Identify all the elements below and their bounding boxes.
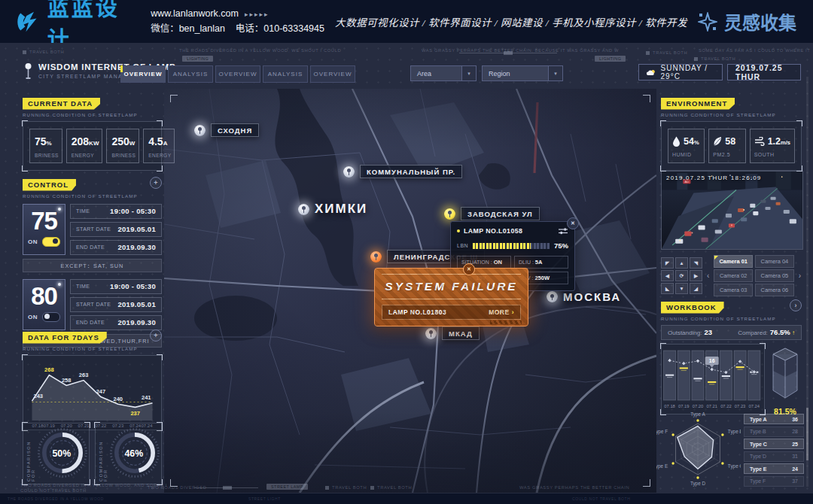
popup-field: DLIU : 5A (514, 256, 568, 269)
power-toggle[interactable] (42, 237, 60, 247)
close-icon[interactable]: ✕ (463, 263, 475, 275)
phone-label: 电话：010-63334945 (236, 23, 324, 34)
brightness-bar[interactable] (473, 243, 550, 249)
type-radar-chart[interactable]: Type AType BType CType DType EType F (656, 406, 741, 490)
system-failure-alert: ✕ SYSTEM FAILURE LAMP NO.L01803 MORE› (374, 268, 528, 326)
legend-type-c[interactable]: Type C25 (744, 439, 804, 449)
traffic-scene: AD (662, 172, 802, 249)
close-icon[interactable]: ✕ (567, 217, 579, 229)
pan-down-icon[interactable]: ▼ (675, 283, 688, 294)
panel-camera: AD 2019.07.25 TH (661, 171, 802, 296)
map-pin-moskva[interactable]: МОСКВА (547, 290, 621, 303)
workbook-bar-chart[interactable]: 07.1807.1907.2007.2107.2207.2307.2416 (661, 344, 765, 414)
city-map[interactable]: СХОДНЯ КОММУНАЛЬНЫЙ ПР. ХИМКИ ЗАВОДСКАЯ … (164, 89, 656, 493)
tab-overview-1[interactable]: OVERVIEW (120, 65, 166, 83)
pan-up-left-icon[interactable]: ◤ (661, 257, 674, 269)
decor-text: TWO ROADS DIVERGED IN A YELLOW WOOD, AND… (20, 483, 167, 487)
vertical-scrollbar[interactable] (806, 77, 808, 487)
arrows-decoration: ▸▸▸▸▸ (245, 11, 269, 18)
camera-04-button[interactable]: Camera 04 (755, 255, 794, 268)
map-pin-zavodskaya[interactable]: ЗАВОДСКАЯ УЛ (444, 207, 540, 220)
map-pin-mkad[interactable]: МКАД (425, 326, 480, 340)
legend-type-a[interactable]: Type A36 (744, 414, 804, 424)
map-pin-skhodnya[interactable]: СХОДНЯ (194, 123, 259, 137)
decor-checkbox-travel: TRAVEL BOTH (23, 50, 64, 54)
camera-03-button[interactable]: Camera 03 (714, 284, 753, 296)
camera-06-button[interactable]: Camera 06 (755, 284, 794, 296)
stat-power-w: 250WBRINESS (106, 129, 139, 163)
svg-text:16: 16 (709, 358, 715, 363)
website-link[interactable]: www.lanlanwork.com (151, 8, 239, 19)
pan-down-right-icon[interactable]: ◢ (690, 283, 702, 294)
svg-text:241: 241 (142, 394, 151, 401)
legend-type-d[interactable]: Type D31 (744, 451, 804, 462)
panel-subtitle: RUNNING CONDITION OF STREETLAMP (23, 112, 162, 117)
map-pin-kommunalny[interactable]: КОММУНАЛЬНЫЙ ПР. (343, 165, 462, 178)
end-date-row[interactable]: END DATE2019.09.30 (70, 315, 162, 330)
legend-type-e[interactable]: Type E24 (744, 463, 804, 474)
pan-up-right-icon[interactable]: ◥ (690, 257, 702, 269)
tab-analysis-2[interactable]: ANALYSIS (263, 65, 308, 83)
camera-timestamp: 2019.07.25 THUR 18:26:09 (666, 175, 762, 181)
pan-right-icon[interactable]: ▶ (690, 270, 702, 281)
map-corner-bracket (170, 95, 178, 102)
seven-days-line-chart[interactable]: 24307.1826807.1925807.2026307.2124707.22… (23, 355, 162, 430)
main-tabs: OVERVIEW ANALYSIS OVERVIEW ANALYSIS OVER… (120, 65, 355, 83)
tab-analysis-1[interactable]: ANALYSIS (168, 65, 213, 83)
map-corner-bracket (643, 95, 650, 102)
tab-overview-2[interactable]: OVERVIEW (215, 65, 260, 83)
more-button[interactable]: MORE› (489, 308, 514, 316)
camera-02-button[interactable]: Camera 02 (714, 269, 753, 282)
sliders-icon[interactable] (558, 227, 568, 235)
reset-view-icon[interactable]: ⟳ (675, 270, 688, 281)
svg-text:Type D: Type D (690, 481, 706, 487)
camera-05-button[interactable]: Camera 05 (755, 269, 794, 282)
inspiration-collect[interactable]: 灵感收集 (698, 8, 796, 35)
start-date-row[interactable]: START DATE2019.05.01 (70, 222, 162, 237)
region-select[interactable]: Region▾ (482, 65, 563, 81)
panel-label: CONTROL (23, 179, 76, 191)
decor-text: SOME DAY AS FAR AS I COULD TO WHERE IT (699, 48, 810, 53)
panel-subtitle: RUNNING CONDITION OF STREETLAMP (23, 193, 162, 199)
pan-up-icon[interactable]: ▲ (675, 257, 688, 269)
pan-left-icon[interactable]: ◀ (661, 270, 674, 281)
workbook-next-button[interactable]: › (790, 299, 802, 311)
time-row[interactable]: TIME19:00 - 05:30 (70, 279, 162, 294)
svg-text:263: 263 (79, 372, 89, 378)
expand-button[interactable]: + (150, 329, 162, 342)
stat-humidity: 54% HUMID (668, 129, 705, 163)
panel-current-data: CURRENT DATA RUNNING CONDITION OF STREET… (23, 96, 162, 171)
lanlan-logo-icon (17, 9, 41, 35)
tab-overview-3[interactable]: OVERVIEW (310, 65, 355, 83)
time-row[interactable]: TIME19:00 - 05:30 (70, 204, 162, 219)
start-date-row[interactable]: START DATE2019.05.01 (70, 297, 162, 312)
camera-next-icon[interactable]: › (798, 272, 802, 280)
bottom-bar: THE ROADS DIVERGED IN A YELLOW WOOD STRE… (0, 493, 813, 504)
decor-checkbox-travel: TRAVEL BOTH (325, 485, 367, 490)
up-arrow-icon: ↑ (792, 329, 795, 336)
end-date-row[interactable]: END DATE2019.09.30 (70, 240, 162, 255)
legend-type-b[interactable]: Type B28 (744, 427, 804, 437)
decor-checkbox-travel: TRAVEL BOTH (694, 56, 735, 61)
pan-down-left-icon[interactable]: ◣ (661, 283, 674, 294)
workbook-summary: Outstanding:23 Compared:76.5% ↑ (661, 325, 802, 340)
area-select[interactable]: Area▾ (410, 65, 477, 81)
map-pin-khimki[interactable]: ХИМКИ (298, 202, 367, 217)
brightness-level-box: 80 ON (23, 279, 65, 330)
lamp-pin-icon (298, 204, 309, 215)
chevron-down-icon: ▾ (461, 66, 476, 80)
stat-current-a: 4.5AENERGY (143, 129, 175, 163)
add-schedule-button[interactable]: + (150, 177, 162, 189)
camera-list: Camera 01 Camera 04 Camera 02 Camera 05 … (714, 255, 793, 296)
hatch-decoration (490, 320, 522, 324)
camera-prev-icon[interactable]: ‹ (706, 272, 710, 280)
legend-type-f[interactable]: Type F37 (744, 476, 804, 487)
map-corner-bracket (643, 479, 650, 487)
camera-feed[interactable]: AD 2019.07.25 TH (661, 171, 803, 250)
camera-01-button[interactable]: Camera 01 (714, 255, 753, 268)
stat-wind: 1.2m/s SOUTH (750, 129, 795, 163)
decor-slider (194, 487, 258, 488)
panel-subtitle: RUNNING CONDITION OF STREETLAMP (23, 346, 162, 351)
power-toggle[interactable] (42, 312, 60, 322)
lamp-pin-icon (425, 328, 437, 339)
